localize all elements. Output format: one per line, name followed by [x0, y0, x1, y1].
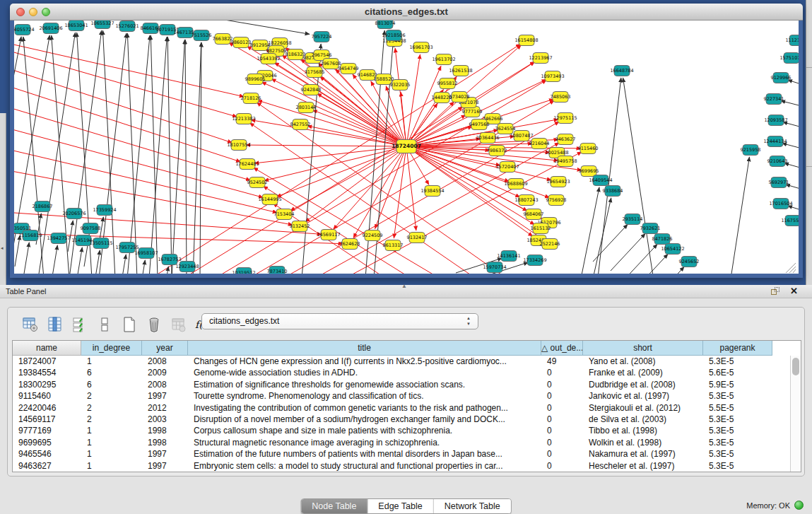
graph-edge[interactable] — [593, 224, 628, 262]
table-selector-dropdown[interactable]: citations_edges.txt ▲▼ — [201, 313, 478, 329]
table-cell[interactable]: Nakamura et al. (1997) — [583, 448, 703, 460]
graph-edge[interactable] — [185, 40, 187, 274]
tab-node-table[interactable]: Node Table — [301, 499, 367, 513]
table-cell[interactable]: 2008 — [142, 379, 188, 390]
table-row[interactable]: 946554611997Estimation of the future num… — [13, 448, 801, 460]
table-cell[interactable]: Estimation of significance thresholds fo… — [188, 379, 541, 390]
delete-column-icon[interactable] — [146, 316, 163, 333]
clear-selection-icon[interactable] — [96, 316, 113, 333]
graph-edge[interactable] — [14, 67, 233, 143]
table-cell[interactable]: Investigating the contribution of common… — [188, 402, 541, 414]
table-cell[interactable]: 0 — [541, 367, 583, 378]
graph-edge[interactable] — [633, 254, 668, 274]
graph-edge[interactable] — [14, 127, 263, 197]
table-cell[interactable]: 1997 — [142, 460, 188, 472]
window-titlebar[interactable]: citations_edges.txt — [10, 4, 803, 21]
graph-edge[interactable] — [271, 78, 406, 146]
table-cell[interactable]: Dudbridge et al. (2008) — [583, 379, 703, 390]
table-row[interactable]: 969969511998Structural magnetic resonanc… — [13, 437, 801, 448]
column-header-name[interactable]: name — [13, 341, 81, 356]
table-cell[interactable]: 49 — [541, 356, 583, 367]
table-cell[interactable]: Wolkin et al. (1998) — [583, 437, 703, 448]
graph-edge[interactable] — [784, 163, 799, 170]
table-cell[interactable]: Jankovic et al. (1997) — [583, 390, 703, 402]
table-row[interactable]: 2242004622012Investigating the contribut… — [13, 402, 801, 414]
close-window-icon[interactable] — [16, 8, 25, 16]
graph-edge[interactable] — [95, 250, 100, 274]
table-cell[interactable]: Tourette syndrome. Phenomenology and cla… — [188, 390, 541, 402]
graph-edge[interactable] — [353, 146, 406, 238]
close-panel-icon[interactable]: ✕ — [790, 286, 798, 296]
graph-edge[interactable] — [14, 85, 240, 162]
graph-edge[interactable] — [395, 48, 406, 146]
table-cell[interactable]: 2008 — [142, 356, 188, 367]
column-header-pagerank[interactable]: pagerank — [703, 341, 772, 356]
column-settings-icon[interactable] — [47, 316, 64, 333]
table-cell[interactable]: 1997 — [142, 448, 188, 460]
table-cell[interactable]: 0 — [541, 460, 583, 472]
table-cell[interactable]: 1 — [81, 437, 142, 448]
table-cell[interactable]: 6 — [81, 367, 142, 378]
table-cell[interactable]: 19384554 — [13, 367, 81, 378]
table-cell[interactable]: 2 — [81, 402, 142, 414]
table-cell[interactable]: 1998 — [142, 437, 188, 448]
graph-edge[interactable] — [394, 146, 406, 238]
graph-edge[interactable] — [121, 255, 126, 274]
float-panel-icon[interactable] — [771, 287, 781, 296]
graph-edge[interactable] — [312, 110, 406, 146]
graph-edge[interactable] — [77, 247, 82, 274]
table-cell[interactable]: 2 — [81, 414, 142, 425]
table-cell[interactable]: 5.3E-5 — [703, 437, 772, 448]
graph-edge[interactable] — [406, 54, 420, 146]
graph-edge[interactable] — [15, 235, 20, 267]
new-column-icon[interactable] — [121, 316, 138, 333]
table-cell[interactable]: 9777169 — [13, 425, 81, 436]
graph-edge[interactable] — [246, 145, 406, 146]
scrollbar-thumb[interactable] — [792, 358, 799, 375]
table-cell[interactable]: 0 — [541, 425, 583, 436]
tab-network-table[interactable]: Network Table — [434, 499, 511, 513]
column-header-in_degree[interactable]: in_degree — [81, 341, 142, 356]
table-cell[interactable]: 18300295 — [13, 379, 81, 390]
table-cell[interactable]: Yano et al. (2008) — [583, 356, 703, 367]
table-cell[interactable]: Tibbo et al. (1998) — [583, 425, 703, 436]
graph-edge[interactable] — [264, 146, 406, 181]
table-cell[interactable]: Genome-wide association studies in ADHD. — [188, 367, 541, 378]
table-row[interactable]: 1456911722003Disruption of a novel membe… — [13, 414, 801, 425]
table-cell[interactable]: 0 — [541, 402, 583, 414]
table-cell[interactable]: Changes of HCN gene expression and I(f) … — [188, 356, 541, 367]
table-cell[interactable]: 1 — [81, 425, 142, 436]
table-cell[interactable]: 6 — [81, 379, 142, 390]
table-cell[interactable]: Franke et al. (2009) — [583, 367, 703, 378]
table-cell[interactable]: de Silva et al. (2003) — [583, 414, 703, 425]
table-cell[interactable]: 1998 — [142, 425, 188, 436]
table-cell[interactable]: 5.3E-5 — [703, 356, 772, 367]
graph-edge[interactable] — [788, 80, 799, 87]
graph-edge[interactable] — [783, 122, 799, 129]
table-cell[interactable]: Stergiakouli et al. (2012) — [583, 402, 703, 414]
graph-edge[interactable] — [261, 82, 406, 146]
table-cell[interactable]: 22420046 — [13, 402, 81, 414]
table-cell[interactable]: 2 — [81, 390, 142, 402]
column-header-year[interactable]: year — [142, 341, 188, 356]
table-cell[interactable]: Estimation of the future numbers of pati… — [188, 448, 541, 460]
table-cell[interactable]: 5.3E-5 — [703, 390, 772, 402]
table-cell[interactable]: 5.3E-5 — [703, 448, 772, 460]
table-cell[interactable]: 1 — [81, 460, 142, 472]
table-cell[interactable]: 5.5E-5 — [703, 402, 772, 414]
memory-status-indicator[interactable] — [794, 501, 804, 510]
table-cell[interactable]: 0 — [541, 390, 583, 402]
graph-edge[interactable] — [581, 187, 599, 274]
table-cell[interactable]: 9699695 — [13, 437, 81, 448]
table-row[interactable]: 1938455462009Genome-wide association stu… — [13, 367, 801, 378]
graph-edge[interactable] — [786, 185, 799, 192]
maximize-window-icon[interactable] — [42, 8, 50, 16]
table-cell[interactable]: Structural magnetic resonance image aver… — [188, 437, 541, 448]
table-cell[interactable]: 0 — [541, 437, 583, 448]
table-cell[interactable]: Corpus callosum shape and size in male p… — [188, 425, 541, 436]
graph-edge[interactable] — [140, 260, 145, 274]
collapsed-left-panel-edge[interactable]: ◂ — [0, 113, 6, 285]
table-cell[interactable]: 9463627 — [13, 460, 81, 472]
graph-edge[interactable] — [782, 144, 799, 151]
table-cell[interactable]: 5.3E-5 — [703, 425, 772, 436]
